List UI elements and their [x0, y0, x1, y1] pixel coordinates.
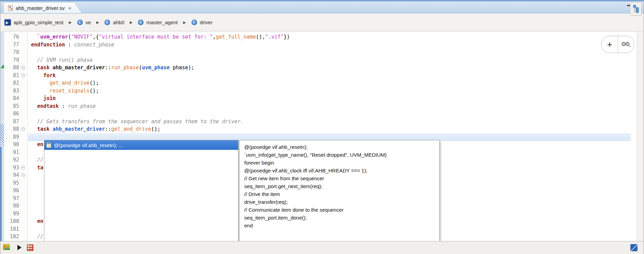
- tab-ahb-master-driver[interactable]: ahb_master_driver.sv ×: [3, 2, 82, 14]
- template-proposal-icon: [46, 142, 51, 148]
- editor-floating-toolbar: + ⚙⚙+: [601, 36, 634, 53]
- code-line-82[interactable]: get_and_drive();: [28, 79, 631, 87]
- fold-collapse-icon[interactable]: −: [21, 73, 25, 77]
- preview-code-line: // Get new item from the sequencer: [244, 174, 439, 182]
- line-number: 76: [4, 33, 27, 41]
- line-number: 97: [4, 195, 27, 202]
- fold-collapse-icon[interactable]: −: [21, 66, 25, 70]
- line-number: 81−: [4, 72, 27, 80]
- class-icon: C: [104, 19, 110, 25]
- class-icon: C: [138, 19, 144, 25]
- preview-code-line: seq_item_port.item_done();: [244, 214, 439, 222]
- code-line-83[interactable]: reset_signals();: [28, 87, 631, 95]
- line-number: 89: [4, 133, 27, 141]
- fold-collapse-icon[interactable]: −: [21, 127, 25, 131]
- preview-code-line: // Drive the item: [244, 190, 439, 198]
- line-number: 87: [4, 118, 27, 126]
- grid-icon[interactable]: [27, 244, 33, 251]
- range-line-marker: [0, 147, 2, 241]
- line-number: 99: [4, 210, 27, 218]
- class-icon: C: [191, 19, 197, 25]
- sv-file-icon: [8, 5, 13, 11]
- line-number: 88−: [4, 125, 27, 133]
- line-number-gutter: 7677787980−81−82838485868788−8990919293−…: [4, 32, 28, 241]
- breadcrumb-item-driver[interactable]: Cdriver: [191, 19, 213, 25]
- preview-code-line: // Communicate item done to the sequence…: [244, 206, 439, 214]
- code-line-87[interactable]: // Gets transfers from the sequencer and…: [28, 118, 631, 126]
- line-number: 101: [4, 225, 27, 233]
- status-bar: [0, 241, 644, 254]
- fold-collapse-icon[interactable]: −: [21, 166, 25, 170]
- run-icon[interactable]: [17, 245, 21, 250]
- breadcrumb-item-master_agent[interactable]: Cmaster_agent: [138, 19, 178, 25]
- breadcrumb-label: apb_gpio_simple_test: [14, 19, 63, 25]
- breadcrumb-label: ve: [86, 19, 91, 25]
- breadcrumb-label: master_agent: [146, 19, 178, 25]
- breadcrumb-item-ve[interactable]: Cve: [77, 19, 91, 25]
- add-button[interactable]: +: [602, 37, 618, 52]
- code-line-79[interactable]: // UVM run() phase: [28, 56, 631, 64]
- line-number: 92: [4, 156, 27, 164]
- line-number: 78: [4, 48, 27, 56]
- breadcrumb-separator-icon: ▶: [183, 20, 186, 24]
- line-number: 102: [4, 233, 27, 241]
- line-number: 86: [4, 110, 27, 118]
- range-hatch-marker: [0, 124, 4, 147]
- code-line-84[interactable]: join: [28, 95, 631, 102]
- preview-code-line: @(posedge vif.ahb_resetn);: [244, 143, 439, 151]
- line-number: 93−: [4, 164, 27, 172]
- line-number: 100: [4, 217, 27, 225]
- close-icon[interactable]: ×: [68, 5, 71, 11]
- code-line-78[interactable]: [28, 48, 631, 56]
- proposal-text: @(posedge vif.ahb_resetn); ...: [54, 142, 123, 148]
- build-icon[interactable]: [3, 244, 12, 251]
- completion-proposal-selected[interactable]: @(posedge vif.ahb_resetn); ...: [44, 140, 238, 150]
- vertical-scrollbar[interactable]: [637, 32, 644, 241]
- line-number: 98: [4, 202, 27, 210]
- editor-tab-bar: ahb_master_driver.sv × ▬ ❐: [0, 1, 644, 14]
- breadcrumb-label: ahb0: [113, 19, 124, 25]
- preview-code-line: forever begin: [244, 159, 439, 167]
- preview-code-line: @(posedge vif.ahb_clock iff vif.AHB_HREA…: [244, 167, 439, 174]
- line-number: 94−: [4, 171, 27, 179]
- proposal-preview-pane: Press 'F2' for focus @(posedge vif.ahb_r…: [239, 140, 440, 253]
- preview-code-line: `uvm_info(get_type_name(), "Reset droppe…: [244, 151, 439, 159]
- class-icon: C: [77, 19, 83, 25]
- breadcrumb-item-apb_gpio_simple_test[interactable]: apb_gpio_simple_test: [4, 19, 63, 26]
- line-number: 84: [4, 95, 27, 102]
- breadcrumb-item-ahb0[interactable]: Cahb0: [104, 19, 124, 25]
- code-line-80[interactable]: task ahb_master_driver::run_phase(uvm_ph…: [28, 64, 631, 72]
- code-line-81[interactable]: fork: [28, 72, 631, 80]
- line-number: 79: [4, 56, 27, 64]
- hierarchy-icon: [632, 5, 639, 13]
- tab-title: ahb_master_driver.sv: [16, 5, 64, 11]
- blue-console-icon[interactable]: [630, 244, 638, 251]
- toggle-breadcrumb-hierarchy-button[interactable]: [630, 2, 642, 16]
- fold-collapse-icon[interactable]: −: [21, 173, 25, 177]
- preview-code-line: seq_item_port.get_next_item(req);: [244, 182, 439, 190]
- line-number: 80−: [4, 64, 27, 72]
- code-line-77[interactable]: endfunction : connect_phase: [28, 41, 631, 49]
- code-line-85[interactable]: endtask : run_phase: [28, 102, 631, 110]
- breadcrumb-label: driver: [200, 19, 213, 25]
- breadcrumb: apb_gpio_simple_test▶Cve▶Cahb0▶Cmaster_a…: [0, 14, 644, 31]
- line-number: 91: [4, 149, 27, 156]
- line-number: 85: [4, 102, 27, 110]
- line-number: 83: [4, 87, 27, 95]
- line-number: 82: [4, 79, 27, 87]
- preview-code-line: drive_transfer(req);: [244, 198, 439, 206]
- line-number: 77: [4, 41, 27, 49]
- line-number: 96: [4, 187, 27, 195]
- completion-popup: @(posedge vif.ahb_resetn); ... Press 'Ct…: [44, 140, 238, 253]
- code-line-76[interactable]: `uvm_error("NOVIF",{"virtual interface m…: [28, 33, 631, 41]
- line-number: 90: [4, 141, 27, 149]
- breadcrumb-separator-icon: ▶: [69, 20, 72, 24]
- breadcrumb-separator-icon: ▶: [96, 20, 99, 24]
- range-indicator-column: [0, 32, 4, 241]
- settings-gears-icon[interactable]: ⚙⚙+: [618, 41, 634, 48]
- preview-code-line: end: [244, 222, 439, 229]
- line-number: 95: [4, 179, 27, 187]
- module-icon: [4, 19, 11, 26]
- code-line-86[interactable]: [28, 110, 631, 118]
- code-line-88[interactable]: task ahb_master_driver::get_and_drive();: [28, 125, 631, 133]
